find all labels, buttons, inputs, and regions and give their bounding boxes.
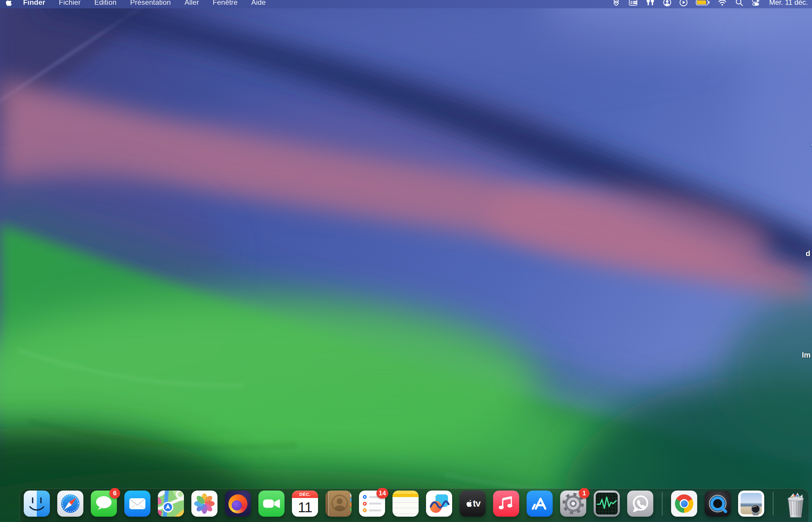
freeform-icon xyxy=(426,490,452,517)
dock-item-safari[interactable] xyxy=(57,490,83,517)
wallpaper-image xyxy=(0,0,812,522)
layers-icon[interactable] xyxy=(612,0,621,6)
dock-item-facetime[interactable] xyxy=(258,490,285,517)
dock-item-calendar[interactable]: DÉC. 11 xyxy=(292,490,318,517)
menu-presentation[interactable]: Présentation xyxy=(130,0,171,6)
dock-item-maps[interactable] xyxy=(158,490,184,517)
dock-item-trash[interactable] xyxy=(782,489,809,519)
dock-item-firefox[interactable] xyxy=(225,490,251,517)
calendar-icon: DÉC. 11 xyxy=(292,490,318,517)
battery-icon[interactable] xyxy=(696,0,710,6)
preview-icon xyxy=(738,490,764,517)
dock-item-reminders[interactable]: 14 xyxy=(359,490,385,517)
control-center-icon[interactable] xyxy=(751,0,760,6)
keyboard-command-icon[interactable] xyxy=(629,0,638,6)
notes-icon xyxy=(393,490,419,517)
dock-item-music[interactable] xyxy=(493,490,519,517)
dock-item-mail[interactable] xyxy=(124,490,150,517)
menu-fichier[interactable]: Fichier xyxy=(59,0,81,6)
desktop-icon-label-fragment[interactable]: d xyxy=(806,249,810,258)
music-icon xyxy=(493,490,519,517)
user-circle-icon[interactable] xyxy=(663,0,671,6)
facetime-icon xyxy=(258,490,285,517)
dock-item-preview[interactable] xyxy=(738,490,764,517)
play-circle-icon[interactable] xyxy=(680,0,688,6)
spotlight-search-icon[interactable] xyxy=(735,0,743,6)
whatsapp-icon xyxy=(627,490,653,517)
firefox-icon xyxy=(225,490,251,517)
menu-finder[interactable]: Finder xyxy=(23,0,45,6)
dock-separator xyxy=(773,492,773,516)
menubar-clock[interactable]: Mer. 11 déc. xyxy=(769,0,808,6)
finder-icon xyxy=(24,490,50,517)
apple-tv-label: tv xyxy=(473,498,481,509)
dock-item-messages[interactable]: 6 xyxy=(91,490,117,517)
dock-separator xyxy=(662,492,663,516)
chrome-icon xyxy=(671,490,697,517)
airpods-icon[interactable] xyxy=(646,0,655,6)
dock-item-whatsapp[interactable] xyxy=(627,490,653,517)
dock-item-notes[interactable] xyxy=(393,490,419,517)
dock-item-activity-monitor[interactable] xyxy=(594,490,620,517)
wifi-icon[interactable] xyxy=(718,0,727,6)
activity-monitor-icon xyxy=(594,490,620,517)
dock-item-finder[interactable] xyxy=(24,490,50,517)
dock: 6 xyxy=(20,488,809,522)
desktop: Finder Fichier Édition Présentation Alle… xyxy=(0,0,812,522)
dock-item-appstore[interactable] xyxy=(527,490,553,517)
dock-item-settings[interactable]: 1 xyxy=(560,490,586,517)
apple-tv-icon: tv xyxy=(460,490,486,517)
calendar-month: DÉC. xyxy=(292,490,318,498)
notification-badge: 1 xyxy=(579,488,589,499)
menu-aide[interactable]: Aide xyxy=(251,0,266,6)
maps-icon xyxy=(158,490,184,517)
dock-item-chrome[interactable] xyxy=(671,490,697,517)
contacts-icon xyxy=(326,490,352,517)
menu-edition[interactable]: Édition xyxy=(94,0,117,6)
desktop-icon-label-fragment[interactable]: Im xyxy=(802,351,811,359)
menu-fenetre[interactable]: Fenêtre xyxy=(213,0,237,6)
dock-item-photos[interactable] xyxy=(191,490,217,517)
photos-icon xyxy=(191,490,217,517)
apple-menu[interactable] xyxy=(4,0,12,7)
app-store-icon xyxy=(527,490,553,517)
mail-icon xyxy=(124,490,150,517)
menu-aller[interactable]: Aller xyxy=(185,0,199,6)
safari-icon xyxy=(57,490,83,517)
menubar: Finder Fichier Édition Présentation Alle… xyxy=(0,0,812,8)
dock-item-freeform[interactable] xyxy=(426,490,452,517)
notification-badge: 6 xyxy=(109,488,120,499)
quicktime-icon xyxy=(705,490,731,517)
dock-item-quicktime[interactable] xyxy=(705,490,731,517)
dock-item-appletv[interactable]: tv xyxy=(460,490,486,517)
calendar-day: 11 xyxy=(292,498,318,517)
notification-badge: 14 xyxy=(376,488,388,499)
dock-item-contacts[interactable] xyxy=(326,490,352,517)
